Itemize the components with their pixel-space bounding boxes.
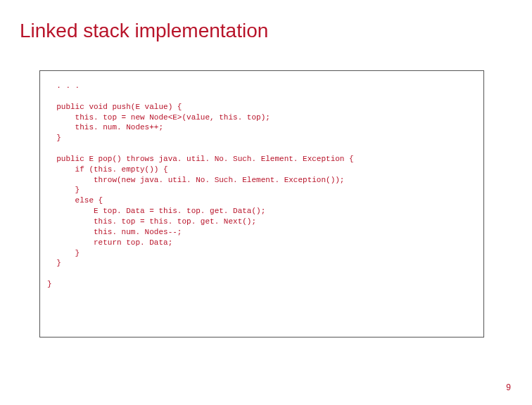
code-block: . . . public void push(E value) { this. …	[47, 81, 476, 290]
code-box: . . . public void push(E value) { this. …	[39, 70, 484, 338]
page-number: 9	[506, 382, 511, 392]
slide: Linked stack implementation . . . public…	[0, 0, 532, 405]
slide-title: Linked stack implementation	[20, 20, 512, 42]
